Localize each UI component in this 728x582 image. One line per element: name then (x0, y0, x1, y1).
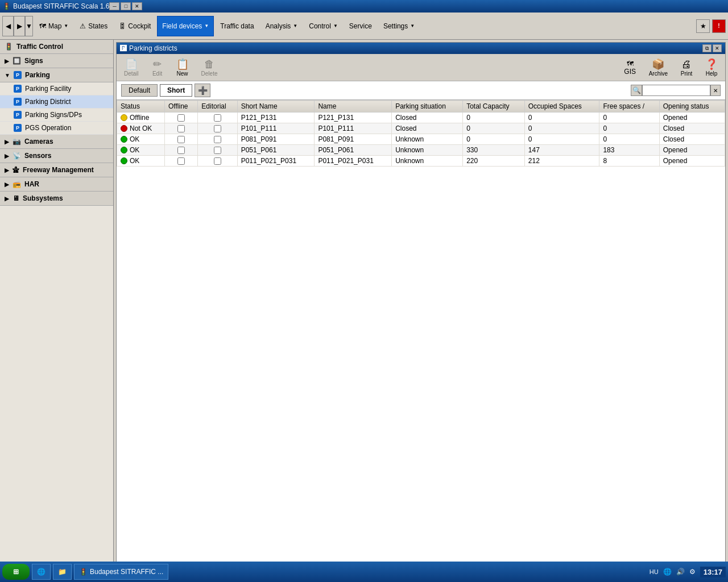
occupied-spaces-cell: 0 (524, 134, 599, 145)
short-filter-button[interactable]: Short (160, 84, 192, 97)
col-parking-situation[interactable]: Parking situation (392, 101, 463, 113)
sidebar-item-traffic-control[interactable]: 🚦 Traffic Control (0, 40, 113, 54)
editorial-checkbox[interactable] (214, 147, 221, 154)
control-menu-button[interactable]: Control ▼ (304, 16, 343, 36)
offline-checkbox[interactable] (177, 114, 185, 122)
search-icon[interactable]: 🔍 (631, 85, 642, 96)
sidebar-item-pgs-operation[interactable]: P PGS Operation (0, 122, 113, 135)
table-row[interactable]: OK P051_P061 P051_P061 Unknown 330 147 1… (117, 145, 725, 156)
sidebar-item-har[interactable]: ▶ 📻 HAR (0, 177, 113, 192)
parking-expand-icon: ▼ (5, 72, 10, 78)
status-text: OK (130, 135, 139, 143)
freeway-icon: 🛣 (13, 166, 19, 174)
explorer-taskbar-button[interactable]: 📁 (53, 564, 72, 580)
panel-controls: ⧉ ✕ (702, 44, 722, 52)
sidebar-item-parking-district[interactable]: P Parking District (0, 95, 113, 109)
add-filter-button[interactable]: ➕ (195, 84, 210, 97)
start-button[interactable]: ⊞ (2, 564, 30, 580)
table-row[interactable]: OK P011_P021_P031 P011_P021_P031 Unknown… (117, 156, 725, 167)
nav-forward-button[interactable]: ▶ (14, 16, 25, 36)
sidebar-item-signs[interactable]: ▶ 🔲 Signs (0, 54, 113, 68)
expand-icon: ▶ (5, 58, 9, 64)
sensors-icon: 📡 (13, 152, 21, 160)
occupied-spaces-cell: 0 (524, 123, 599, 134)
editorial-cell (198, 145, 237, 156)
detail-icon: 📄 (125, 58, 138, 70)
analysis-dropdown-arrow: ▼ (293, 23, 297, 28)
sidebar-item-cameras[interactable]: ▶ 📷 Cameras (0, 135, 113, 149)
app-taskbar-button[interactable]: 🚦 Budapest SITRAFFIC ... (74, 564, 168, 580)
col-name[interactable]: Name (315, 101, 392, 113)
help-button[interactable]: ❓ Help (700, 56, 723, 78)
sidebar-item-parking-signs[interactable]: P Parking Signs/DPs (0, 109, 113, 122)
offline-checkbox[interactable] (177, 147, 185, 154)
map-menu-button[interactable]: 🗺 Map ▼ (34, 16, 73, 36)
default-filter-button[interactable]: Default (121, 84, 158, 97)
panel-close-button[interactable]: ✕ (713, 44, 722, 52)
nav-back-button[interactable]: ◀ (2, 16, 14, 36)
sidebar-item-freeway-management[interactable]: ▶ 🛣 Freeway Management (0, 163, 113, 177)
name-cell: P081_P091 (315, 134, 392, 145)
settings-menu-button[interactable]: Settings ▼ (378, 16, 420, 36)
editorial-checkbox[interactable] (214, 114, 221, 122)
new-button[interactable]: 📋 New (171, 56, 194, 78)
sidebar-item-parking-facility[interactable]: P Parking Facility (0, 82, 113, 95)
nav-dropdown-button[interactable]: ▼ (25, 16, 33, 36)
taskbar-icons: ⚙ (689, 568, 696, 576)
content-area: 🅿 Parking districts ⧉ ✕ 📄 Detail ✏ Edit (114, 40, 728, 565)
col-total-capacity[interactable]: Total Capacity (463, 101, 525, 113)
print-button[interactable]: 🖨 Print (675, 57, 698, 78)
field-devices-menu-button[interactable]: Field devices ▼ (157, 16, 214, 36)
cockpit-menu-button[interactable]: 🎛 Cockpit (114, 16, 156, 36)
total-capacity-cell: 0 (463, 123, 525, 134)
edit-button[interactable]: ✏ Edit (146, 56, 169, 78)
sidebar-item-subsystems[interactable]: ▶ 🖥 Subsystems (0, 192, 113, 206)
alert-button[interactable]: ! (712, 19, 726, 33)
col-free-spaces[interactable]: Free spaces / (599, 101, 659, 113)
editorial-checkbox[interactable] (214, 157, 221, 165)
col-occupied-spaces[interactable]: Occupied Spaces (524, 101, 599, 113)
map-dropdown-arrow: ▼ (64, 23, 68, 28)
filter-bar: Default Short ➕ 🔍 ✕ (117, 81, 725, 100)
free-spaces-cell: 183 (599, 145, 659, 156)
archive-button[interactable]: 📦 Archive (644, 56, 673, 78)
table-row[interactable]: Not OK P101_P111 P101_P111 Closed 0 0 0 … (117, 123, 725, 134)
editorial-checkbox[interactable] (214, 136, 221, 143)
parking-situation-cell: Unknown (392, 145, 463, 156)
editorial-checkbox[interactable] (214, 125, 221, 132)
status-text: OK (130, 157, 139, 165)
col-editorial[interactable]: Editorial (198, 101, 237, 113)
status-dot (121, 136, 127, 143)
map-icon: 🗺 (39, 22, 46, 30)
offline-checkbox[interactable] (177, 125, 185, 132)
delete-button[interactable]: 🗑 Delete (196, 57, 223, 78)
sidebar-item-parking[interactable]: ▼ P Parking (0, 68, 113, 82)
col-opening-status[interactable]: Opening status (659, 101, 725, 113)
gis-button[interactable]: 🗺 GIS (619, 58, 642, 77)
offline-checkbox[interactable] (177, 157, 185, 165)
detail-button[interactable]: 📄 Detail (119, 56, 144, 78)
ie-taskbar-button[interactable]: 🌐 (32, 564, 51, 580)
offline-checkbox[interactable] (177, 136, 185, 143)
favorite-button[interactable]: ★ (696, 19, 710, 33)
analysis-menu-button[interactable]: Analysis ▼ (260, 16, 303, 36)
service-menu-button[interactable]: Service (344, 16, 377, 36)
col-short-name[interactable]: Short Name (237, 101, 315, 113)
panel-restore-button[interactable]: ⧉ (702, 44, 712, 52)
close-button[interactable]: ✕ (132, 2, 142, 10)
table-row[interactable]: Offline P121_P131 P121_P131 Closed 0 0 0… (117, 113, 725, 123)
table-row[interactable]: OK P081_P091 P081_P091 Unknown 0 0 0 Clo… (117, 134, 725, 145)
col-status[interactable]: Status (117, 101, 165, 113)
search-input[interactable] (642, 85, 710, 96)
traffic-data-menu-button[interactable]: Traffic data (215, 16, 259, 36)
maximize-button[interactable]: □ (121, 2, 131, 10)
states-menu-button[interactable]: ⚠ States (75, 16, 113, 36)
status-text: Offline (130, 114, 149, 122)
opening-status-cell: Opened (659, 113, 725, 123)
free-spaces-cell: 0 (599, 123, 659, 134)
minimize-button[interactable]: ─ (109, 2, 119, 10)
col-offline[interactable]: Offline (165, 101, 198, 113)
clear-search-button[interactable]: ✕ (710, 85, 721, 96)
clock-display: 13:17 (700, 567, 726, 577)
sidebar-item-sensors[interactable]: ▶ 📡 Sensors (0, 149, 113, 163)
